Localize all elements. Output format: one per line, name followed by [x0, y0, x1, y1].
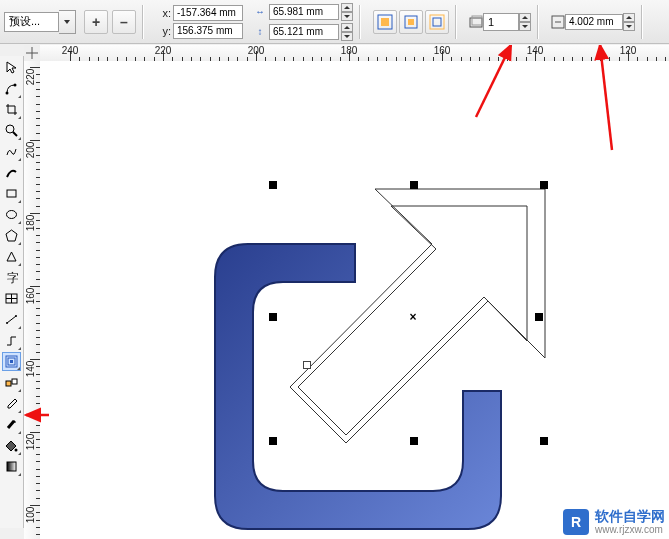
- contour-inside-button[interactable]: [373, 10, 397, 34]
- selection-handle[interactable]: [269, 437, 277, 445]
- selection-center[interactable]: ×: [409, 310, 416, 324]
- preset-combo[interactable]: 预设...: [4, 10, 76, 34]
- ruler-origin[interactable]: [24, 45, 41, 62]
- width-value: 65.981 mm: [273, 6, 323, 17]
- plus-icon: +: [92, 14, 100, 30]
- horizontal-ruler[interactable]: 240220200180160140120: [40, 45, 669, 62]
- svg-point-10: [6, 92, 9, 95]
- selection-handle[interactable]: [535, 313, 543, 321]
- vertical-ruler[interactable]: 220200180160140120100: [24, 61, 41, 539]
- preset-combo-field[interactable]: 预设...: [4, 12, 59, 32]
- outline-tool[interactable]: [2, 415, 21, 434]
- toolbox: 字: [0, 56, 24, 528]
- canvas[interactable]: × R 软件自学网 www.rjzxw.com: [40, 61, 669, 539]
- contour-offset-field[interactable]: 4.002 mm: [565, 14, 623, 30]
- offset-spinner[interactable]: [623, 13, 635, 31]
- contour-offset-wrapper: 4.002 mm: [551, 13, 635, 31]
- table-tool[interactable]: [2, 289, 21, 308]
- svg-rect-26: [10, 360, 13, 363]
- width-field[interactable]: 65.981 mm: [269, 4, 339, 20]
- spinner-up-icon: [344, 26, 350, 29]
- ruler-v-label: 120: [25, 434, 36, 451]
- svg-rect-28: [12, 379, 17, 384]
- contour-center-icon: [403, 14, 419, 30]
- svg-marker-16: [6, 230, 17, 241]
- contour-steps-field[interactable]: 1: [483, 13, 519, 31]
- contour-tool[interactable]: [2, 352, 21, 371]
- ellipse-tool[interactable]: [2, 205, 21, 224]
- text-tool[interactable]: 字: [2, 268, 21, 287]
- interactive-fill-tool[interactable]: [2, 457, 21, 476]
- contour-center-button[interactable]: [399, 10, 423, 34]
- crop-tool[interactable]: [2, 100, 21, 119]
- selection-handle[interactable]: [410, 181, 418, 189]
- svg-point-11: [14, 84, 17, 87]
- contour-node-marker[interactable]: [303, 361, 311, 369]
- freehand-tool[interactable]: [2, 142, 21, 161]
- artwork: [40, 61, 669, 539]
- watermark-initial: R: [571, 514, 581, 530]
- separator: [455, 5, 457, 39]
- svg-point-15: [7, 211, 17, 219]
- contour-offset-value: 4.002 mm: [569, 16, 613, 27]
- svg-rect-5: [430, 15, 444, 29]
- preset-combo-dropdown[interactable]: [59, 10, 76, 34]
- height-spinner[interactable]: [341, 23, 353, 41]
- shape-tool[interactable]: [2, 79, 21, 98]
- ruler-v-label: 140: [25, 361, 36, 378]
- preset-combo-label: 预设...: [9, 14, 40, 29]
- spinner-down-icon: [626, 25, 632, 28]
- selection-handle[interactable]: [269, 181, 277, 189]
- ruler-h-label: 200: [248, 45, 265, 56]
- contour-steps-wrapper: 1: [469, 13, 531, 31]
- blend-tool[interactable]: [2, 373, 21, 392]
- rectangle-tool[interactable]: [2, 184, 21, 203]
- svg-text:字: 字: [7, 271, 18, 284]
- minus-icon: –: [120, 14, 128, 30]
- separator: [359, 5, 361, 39]
- steps-icon: [469, 15, 483, 29]
- y-position-field[interactable]: 156.375 mm: [173, 23, 243, 39]
- svg-rect-4: [433, 18, 441, 26]
- ruler-h-label: 220: [155, 45, 172, 56]
- svg-rect-3: [408, 19, 414, 25]
- dimension-tool[interactable]: [2, 310, 21, 329]
- selection-handle[interactable]: [410, 437, 418, 445]
- width-spinner[interactable]: [341, 3, 353, 21]
- ruler-v-label: 100: [25, 507, 36, 524]
- y-label: y:: [158, 25, 171, 37]
- contour-outside-button[interactable]: [425, 10, 449, 34]
- artistic-media-tool[interactable]: [2, 163, 21, 182]
- svg-rect-30: [7, 462, 16, 471]
- svg-rect-7: [472, 16, 482, 25]
- arrow-contour-outer[interactable]: [290, 189, 545, 443]
- svg-line-21: [7, 316, 16, 323]
- size-cluster: ↔ 65.981 mm ↕ 65.121 mm: [253, 3, 353, 41]
- polygon-tool[interactable]: [2, 226, 21, 245]
- svg-rect-27: [6, 381, 11, 386]
- steps-spinner[interactable]: [519, 13, 531, 31]
- fill-tool[interactable]: [2, 436, 21, 455]
- spinner-up-icon: [344, 6, 350, 9]
- selection-handle[interactable]: [540, 437, 548, 445]
- preset-add-button[interactable]: +: [84, 10, 108, 34]
- dropper-tool[interactable]: [2, 394, 21, 413]
- ruler-h-label: 180: [341, 45, 358, 56]
- height-field[interactable]: 65.121 mm: [269, 24, 339, 40]
- ruler-h-label: 160: [434, 45, 451, 56]
- svg-line-13: [13, 132, 17, 136]
- x-position-field[interactable]: -157.364 mm: [173, 5, 243, 21]
- zoom-tool[interactable]: [2, 121, 21, 140]
- property-bar: 预设... + – x: -157.364 mm y: 156.375 mm: [0, 0, 669, 44]
- base-shape[interactable]: [215, 244, 501, 529]
- connector-tool[interactable]: [2, 331, 21, 350]
- ruler-v-label: 180: [25, 215, 36, 232]
- selection-handle[interactable]: [269, 313, 277, 321]
- ruler-v-label: 200: [25, 142, 36, 159]
- ruler-v-label: 160: [25, 288, 36, 305]
- watermark-url: www.rjzxw.com: [595, 524, 665, 535]
- preset-remove-button[interactable]: –: [112, 10, 136, 34]
- selection-handle[interactable]: [540, 181, 548, 189]
- basic-shapes-tool[interactable]: [2, 247, 21, 266]
- pick-tool[interactable]: [2, 58, 21, 77]
